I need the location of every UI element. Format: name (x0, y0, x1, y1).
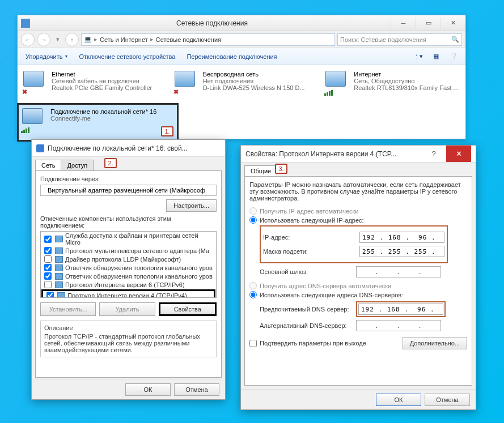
list-item[interactable]: Ответчик обнаружения топологии канальног… (41, 263, 216, 272)
ok-button[interactable]: ОК (376, 394, 421, 406)
preferred-dns-input[interactable] (358, 304, 443, 315)
component-checkbox[interactable] (44, 236, 52, 243)
help-button[interactable]: ? (421, 146, 446, 162)
intro-text: Параметры IP можно назначать автоматичес… (249, 181, 467, 202)
connection-name: Подключение по локальной сети* 16 (50, 108, 156, 115)
list-item-tcpipv4[interactable]: Протокол Интернета версии 4 (TCP/IPv4) (41, 289, 215, 298)
dialog-title-text: Подключение по локальной сети* 16: свой.… (48, 144, 188, 152)
radio-auto-dns[interactable]: Получить адрес DNS-сервера автоматически (249, 282, 467, 289)
component-checkbox[interactable] (44, 255, 52, 263)
subnet-mask-input[interactable] (359, 246, 444, 257)
tab-access[interactable]: Доступ (61, 160, 94, 170)
breadcrumb[interactable]: 💻▸ Сеть и Интернет▸ Сетевые подключения (81, 33, 335, 46)
connection-device: Connectify-me (50, 115, 156, 122)
list-item[interactable]: Протокол Интернета версии 6 (TCP/IPv6) (41, 280, 216, 289)
up-button[interactable]: ↑ (65, 33, 79, 46)
window-icon (21, 19, 30, 28)
connection-item-internet[interactable]: Интернет Сеть, Общедоступно Realtek RTL8… (325, 71, 460, 95)
back-button[interactable]: ← (21, 33, 35, 46)
dialog-icon (36, 144, 44, 152)
confirm-on-exit-checkbox[interactable]: Подтвердить параметры при выходе (249, 340, 366, 347)
organize-menu[interactable]: Упорядочить (22, 52, 71, 62)
component-checkbox[interactable] (44, 264, 52, 271)
component-checkbox[interactable] (44, 281, 52, 288)
dialog-title: Подключение по локальной сети* 16: свой.… (32, 140, 225, 157)
dialog-footer: ОК Отмена (241, 389, 476, 409)
close-button[interactable]: ✕ (441, 18, 465, 29)
forward-button[interactable]: → (37, 33, 50, 46)
connection-device: Realtek RTL8139/810x Family Fast ... (354, 84, 458, 91)
advanced-button[interactable]: Дополнительно... (403, 337, 467, 349)
maximize-button[interactable]: ▭ (416, 18, 441, 29)
list-item[interactable]: Драйвер протокола LLDP (Майкрософт) (41, 255, 216, 263)
details-pane-toggle[interactable]: ▦ (429, 50, 443, 63)
radio-auto-ip[interactable]: Получить IP-адрес автоматически (249, 207, 467, 215)
description-group: Описание Протокол TCP/IP - стандартный п… (40, 321, 217, 357)
configure-button[interactable]: Настроить... (166, 199, 217, 212)
connections-list: ✖ Ethernet Сетевой кабель не подключен R… (18, 65, 465, 95)
search-input[interactable]: Поиск: Сетевые подключения 🔍 (337, 33, 462, 46)
connection-item-wireless[interactable]: ✖ Беспроводная сеть Нет подключения D-Li… (175, 71, 309, 95)
adapter-icon: ✖ (23, 71, 47, 95)
breadcrumb-part[interactable]: Сеть и Интернет (100, 36, 148, 43)
ipv4-properties-dialog: Свойства: Протокол Интернета версии 4 (T… (240, 145, 476, 410)
connection-status: Нет подключения (203, 78, 305, 84)
component-label: Протокол Интернета версии 4 (TCP/IPv4) (67, 292, 187, 298)
connection-name: Интернет (354, 71, 458, 78)
connection-item-ethernet[interactable]: ✖ Ethernet Сетевой кабель не подключен R… (23, 71, 158, 95)
close-button[interactable]: ✕ (446, 146, 471, 162)
tab-network[interactable]: Сеть (35, 160, 61, 170)
component-label: Протокол Интернета версии 6 (TCP/IPv6) (65, 281, 185, 288)
breadcrumb-part[interactable]: Сетевые подключения (156, 36, 221, 43)
adapter-icon (22, 108, 46, 132)
dialog-title-text: Свойства: Протокол Интернета версии 4 (T… (245, 150, 396, 158)
adapter-icon (325, 71, 349, 95)
component-label: Драйвер протокола LLDP (Майкрософт) (65, 256, 181, 263)
disable-device-cmd[interactable]: Отключение сетевого устройства (75, 52, 179, 62)
alternate-dns-input[interactable] (356, 320, 441, 331)
connection-name: Ethernet (52, 71, 152, 78)
gateway-input[interactable] (356, 266, 441, 277)
component-checkbox[interactable] (44, 272, 52, 280)
component-checkbox[interactable] (46, 292, 54, 298)
component-label: Служба доступа к файлам и принтерам сете… (65, 232, 214, 246)
components-listbox[interactable]: Служба доступа к файлам и принтерам сете… (40, 231, 217, 298)
help-button[interactable]: ❔ (447, 50, 461, 63)
mask-label: Маска подсети: (263, 248, 359, 255)
connection-item-selected[interactable]: Подключение по локальной сети* 16 Connec… (17, 103, 179, 142)
adapter-icon: ✖ (175, 71, 198, 95)
list-item[interactable]: Протокол мультиплексора сетевого адаптер… (41, 246, 216, 255)
rename-connection-cmd[interactable]: Переименование подключения (183, 52, 280, 62)
network-icon: 💻 (84, 36, 92, 43)
ok-button[interactable]: ОК (125, 383, 171, 396)
remove-button[interactable]: Удалить (99, 302, 155, 316)
radio-manual-dns[interactable]: Использовать следующие адреса DNS-сервер… (249, 291, 467, 298)
list-item[interactable]: Служба доступа к файлам и принтерам сете… (41, 232, 216, 246)
minimize-button[interactable]: ─ (391, 18, 416, 29)
component-icon (55, 256, 63, 263)
component-checkbox[interactable] (44, 247, 52, 254)
dns1-label: Предпочитаемый DNS-сервер: (260, 306, 356, 313)
dialog-title: Свойства: Протокол Интернета версии 4 (T… (241, 146, 476, 163)
install-button[interactable]: Установить... (40, 302, 96, 316)
connection-name: Беспроводная сеть (203, 71, 305, 78)
component-icon (55, 281, 63, 288)
properties-button[interactable]: Свойства (159, 302, 217, 316)
cancel-button[interactable]: Отмена (425, 394, 470, 406)
radio-manual-ip[interactable]: Использовать следующий IP-адрес: (249, 216, 467, 224)
ip-label: IP-адрес: (263, 234, 359, 241)
gateway-label: Основной шлюз: (260, 268, 356, 275)
component-icon (55, 247, 63, 254)
component-label: Ответчик обнаружения топологии канальног… (65, 264, 213, 271)
history-dropdown[interactable]: ▾ (53, 33, 63, 46)
view-dropdown[interactable]: ⋮▾ (411, 50, 425, 63)
cancel-button[interactable]: Отмена (174, 383, 219, 396)
list-item[interactable]: Ответчик обнаружения топологии канальног… (41, 272, 216, 280)
adapter-name: Виртуальный адаптер размещенной сети (Ма… (48, 187, 205, 194)
tabstrip: Сеть Доступ 2. (32, 157, 225, 170)
ip-address-input[interactable] (359, 232, 444, 243)
command-bar: Упорядочить Отключение сетевого устройст… (18, 48, 465, 65)
connect-via-label: Подключение через: (40, 176, 217, 182)
component-label: Ответчик обнаружения топологии канальног… (65, 273, 213, 280)
tab-general[interactable]: Общие (244, 165, 277, 176)
